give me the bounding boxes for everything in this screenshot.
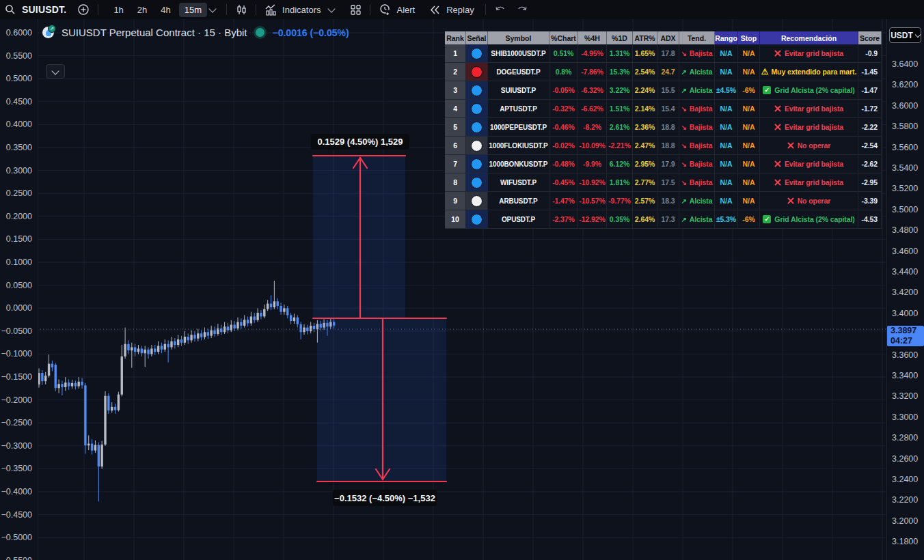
d1-pct-cell: 1.31% (607, 44, 633, 63)
left-axis-tick: −0.1000 (0, 348, 38, 359)
recommendation-cell: Evitar grid bajista (760, 173, 858, 192)
trend-up-icon: ↗ (681, 216, 686, 223)
sui-coin-icon: ↗ (42, 26, 55, 39)
signal-blue-icon (471, 48, 483, 59)
stop-cell: N/A (738, 155, 760, 173)
symbol-name[interactable]: SUIUSDT. (22, 4, 66, 15)
signal-cell (466, 118, 488, 137)
undo-icon[interactable] (493, 2, 508, 17)
left-axis-tick: 0.3500 (0, 142, 38, 153)
left-axis-tick: −0.3500 (0, 463, 38, 474)
right-axis-tick: 3.6000 (887, 100, 924, 111)
timeframe-chevron-icon[interactable] (208, 5, 216, 12)
currency-label: USDT (891, 31, 913, 40)
compare-add-icon[interactable] (76, 2, 91, 17)
d1-pct-cell: 6.12% (607, 155, 633, 173)
alert-button[interactable]: Alert (377, 2, 415, 17)
right-axis-tick: 3.4600 (887, 246, 924, 257)
alert-label: Alert (396, 5, 415, 15)
score-cell: -4.53 (858, 210, 882, 229)
rec-check-icon: ✓ (763, 215, 771, 223)
legend-collapse-button[interactable] (46, 64, 65, 79)
right-axis-tick: 3.4400 (887, 266, 924, 277)
timeframe-2h[interactable]: 2h (132, 3, 152, 17)
signal-cell (466, 63, 488, 81)
score-cell: -2.22 (858, 118, 882, 137)
table-row: 3SUIUSDT.P-0.05%-6.32%3.22%2.24%15.5↗Alc… (445, 81, 882, 100)
column-header--1d: %1D (607, 31, 633, 44)
rank-cell: 9 (445, 192, 466, 210)
signal-cell (466, 100, 488, 118)
market-status-icon[interactable] (254, 26, 267, 39)
recommendation-cell: ✓Grid Alcista (2% capital) (760, 81, 858, 100)
table-row: 51000PEPEUSDT.P-0.46%-8.2%2.61%2.36%18.8… (445, 118, 882, 137)
layout-grid-icon[interactable] (348, 2, 363, 17)
timeframe-15m[interactable]: 15m (179, 3, 207, 17)
left-axis-tick: −0.4500 (0, 509, 38, 520)
right-axis-tick: 3.5800 (887, 121, 924, 132)
stop-cell: N/A (738, 118, 760, 137)
rango-cell: ±4.5% (715, 81, 738, 100)
left-axis-tick: 0.4000 (0, 119, 38, 130)
trend-cell: ↘Bajista (679, 118, 715, 137)
rank-cell: 2 (445, 63, 466, 81)
table-header-row: RankSeñalSymbol%Chart%4H%1DATR%ADXTend.R… (445, 31, 882, 44)
symbol-cell: WIFUSDT.P (488, 173, 549, 192)
stop-cell: N/A (738, 192, 760, 210)
symbol-cell: 1000BONKUSDT.P (488, 155, 549, 173)
rank-cell: 4 (445, 100, 466, 118)
adx-cell: 24.7 (657, 63, 679, 81)
redo-icon[interactable] (515, 2, 530, 17)
chart-pct-cell: -2.37% (549, 210, 578, 229)
table-row: 1SHIB1000USDT.P0.51%-4.95%1.31%1.65%17.8… (445, 44, 882, 63)
currency-selector[interactable]: USDT (889, 27, 921, 43)
left-axis-tick: 0.2500 (0, 188, 38, 199)
column-header-tend-: Tend. (679, 31, 715, 44)
trend-down-icon: ↘ (681, 105, 686, 113)
indicators-chevron-icon (328, 5, 336, 12)
replay-button[interactable]: Replay (427, 2, 474, 17)
score-cell: -0.9 (858, 44, 882, 63)
d1-pct-cell: 1.51% (607, 100, 633, 118)
right-axis-tick: 3.3000 (887, 412, 924, 423)
chart-pct-cell: -0.45% (549, 173, 578, 192)
toolbar-divider (485, 4, 486, 15)
left-price-scale[interactable]: 0.60000.55000.50000.45000.40000.35000.30… (0, 19, 38, 560)
indicators-icon (263, 2, 278, 17)
right-axis-tick: 3.5200 (887, 183, 924, 194)
trend-down-icon: ↘ (681, 124, 686, 131)
rank-cell: 5 (445, 118, 466, 137)
right-axis-tick: 3.3200 (887, 391, 924, 402)
signal-blue-icon (471, 214, 483, 225)
right-price-scale[interactable]: 3.64003.62003.60003.58003.56003.54003.52… (886, 19, 924, 560)
timeframe-1h[interactable]: 1h (108, 3, 128, 17)
signal-cell (466, 137, 488, 155)
adx-cell: 17.3 (657, 210, 679, 229)
column-header-symbol: Symbol (488, 31, 549, 44)
trend-cell: ↘Bajista (679, 44, 715, 63)
trend-cell: ↗Alcista (679, 210, 715, 229)
search-icon[interactable] (3, 2, 18, 17)
right-axis-tick: 3.3600 (887, 350, 924, 361)
atr-cell: 2.47% (633, 137, 657, 155)
right-axis-tick: 3.2000 (887, 516, 924, 527)
rec-check-icon: ✓ (763, 86, 771, 94)
trend-cell: ↘Bajista (679, 155, 715, 173)
table-row: 10OPUSDT.P-2.37%-12.92%0.35%2.64%17.3↗Al… (445, 210, 882, 229)
atr-cell: 2.95% (633, 155, 657, 173)
left-axis-tick: 0.6000 (0, 27, 38, 38)
chart-style-icon[interactable] (234, 2, 249, 17)
table-row: 2DOGEUSDT.P0.8%-7.86%15.3%2.54%24.7↗Alci… (445, 63, 882, 81)
chevron-down-icon (51, 67, 59, 74)
signal-cell (466, 44, 488, 63)
signal-blue-icon (471, 85, 483, 96)
rango-cell: N/A (715, 192, 738, 210)
h4-pct-cell: -12.92% (578, 210, 607, 229)
chart-title[interactable]: SUIUSDT Perpetual Contract · 15 · Bybit (62, 27, 247, 38)
replay-label: Replay (446, 5, 474, 15)
rec-x-icon (774, 105, 781, 112)
bar-countdown: 04:27 (891, 336, 924, 346)
indicators-button[interactable]: Indicators (263, 2, 338, 17)
adx-cell: 18.8 (657, 137, 679, 155)
timeframe-4h[interactable]: 4h (155, 3, 176, 17)
